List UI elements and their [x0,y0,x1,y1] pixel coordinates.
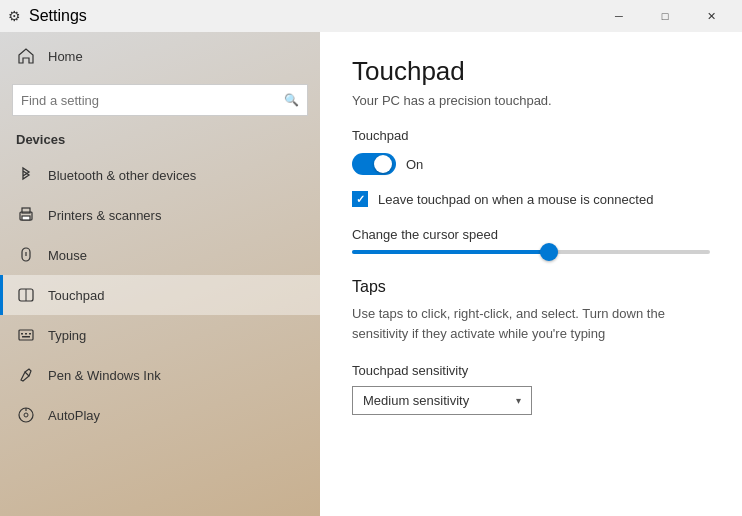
titlebar-controls: ─ □ ✕ [596,0,734,32]
typing-icon [16,325,36,345]
page-title: Touchpad [352,56,710,87]
svg-rect-8 [21,333,23,335]
sidebar-item-pen[interactable]: Pen & Windows Ink [0,355,320,395]
toggle-knob [374,155,392,173]
checkbox-label: Leave touchpad on when a mouse is connec… [378,192,653,207]
pen-label: Pen & Windows Ink [48,368,161,383]
sidebar: Home 🔍 Devices Bluetooth & other devices [0,32,320,516]
taps-description: Use taps to click, right-click, and sele… [352,304,710,343]
settings-icon: ⚙ [8,8,21,24]
sidebar-item-typing[interactable]: Typing [0,315,320,355]
sensitivity-value: Medium sensitivity [363,393,469,408]
sidebar-item-touchpad[interactable]: Touchpad [0,275,320,315]
sidebar-item-printers[interactable]: Printers & scanners [0,195,320,235]
bluetooth-icon [16,165,36,185]
autoplay-icon [16,405,36,425]
svg-rect-7 [19,330,33,340]
search-box[interactable]: 🔍 [12,84,308,116]
touchpad-label: Touchpad [48,288,104,303]
home-icon [16,46,36,66]
titlebar-left: ⚙ Settings [8,7,87,25]
pen-icon [16,365,36,385]
sidebar-section-title: Devices [0,128,320,155]
checkbox-row: ✓ Leave touchpad on when a mouse is conn… [352,191,710,207]
search-input[interactable] [21,93,284,108]
sidebar-item-mouse[interactable]: Mouse [0,235,320,275]
home-label: Home [48,49,83,64]
titlebar-title: Settings [29,7,87,25]
touchpad-section-label: Touchpad [352,128,710,143]
sidebar-item-bluetooth[interactable]: Bluetooth & other devices [0,155,320,195]
printers-label: Printers & scanners [48,208,161,223]
main-layout: Home 🔍 Devices Bluetooth & other devices [0,32,742,516]
home-item[interactable]: Home [0,36,320,76]
mouse-label: Mouse [48,248,87,263]
svg-rect-10 [29,333,31,335]
checkmark-icon: ✓ [356,193,365,206]
sidebar-item-autoplay[interactable]: AutoPlay [0,395,320,435]
sensitivity-dropdown[interactable]: Medium sensitivity ▾ [352,386,532,415]
page-subtitle: Your PC has a precision touchpad. [352,93,710,108]
search-icon: 🔍 [284,93,299,107]
slider-label: Change the cursor speed [352,227,710,242]
printer-icon [16,205,36,225]
minimize-button[interactable]: ─ [596,0,642,32]
sensitivity-label: Touchpad sensitivity [352,363,710,378]
svg-rect-9 [25,333,27,335]
chevron-down-icon: ▾ [516,395,521,406]
slider-thumb[interactable] [540,243,558,261]
svg-rect-2 [22,216,30,220]
leave-touchpad-checkbox[interactable]: ✓ [352,191,368,207]
toggle-label: On [406,157,423,172]
bluetooth-label: Bluetooth & other devices [48,168,196,183]
slider-track[interactable] [352,250,710,254]
autoplay-label: AutoPlay [48,408,100,423]
content-area: Touchpad Your PC has a precision touchpa… [320,32,742,516]
mouse-icon [16,245,36,265]
maximize-button[interactable]: □ [642,0,688,32]
taps-title: Taps [352,278,710,296]
close-button[interactable]: ✕ [688,0,734,32]
slider-fill [352,250,549,254]
touchpad-toggle[interactable] [352,153,396,175]
svg-point-13 [24,413,28,417]
typing-label: Typing [48,328,86,343]
titlebar: ⚙ Settings ─ □ ✕ [0,0,742,32]
touchpad-icon [16,285,36,305]
svg-rect-11 [22,336,30,338]
touchpad-toggle-row: On [352,153,710,175]
